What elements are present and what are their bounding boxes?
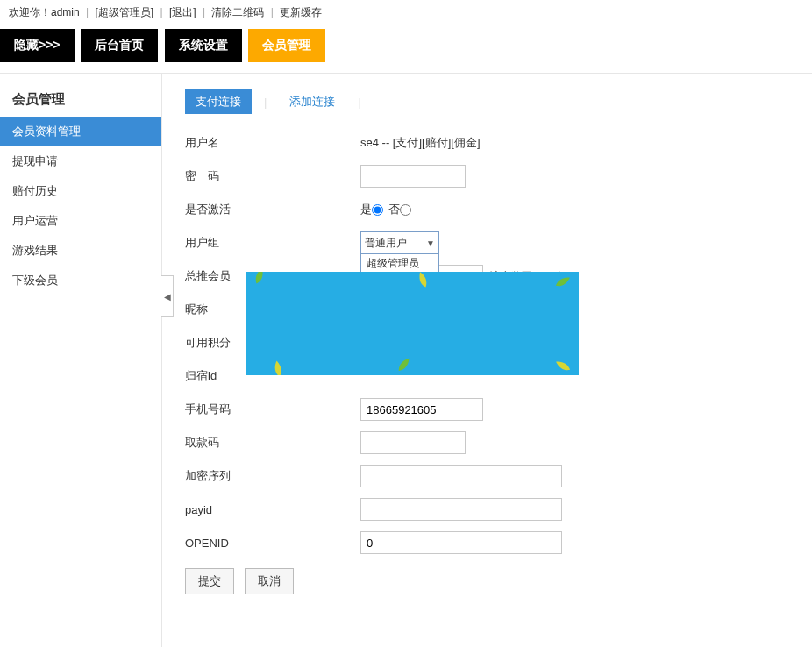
sidebar-item-user-ops[interactable]: 用户运营	[0, 206, 161, 236]
label-enc-seq: 加密序列	[185, 468, 360, 484]
openid-input[interactable]	[360, 531, 562, 554]
password-input[interactable]	[360, 165, 466, 188]
sidebar-item-member-info[interactable]: 会员资料管理	[0, 117, 161, 146]
welcome-text: 欢迎你！	[9, 6, 51, 18]
decorative-overlay	[246, 272, 579, 375]
tab-bar: 支付连接 | 添加连接 |	[180, 89, 796, 114]
row-phone: 手机号码	[180, 393, 796, 426]
clear-qr-link[interactable]: 清除二维码	[211, 6, 264, 18]
leaf-icon	[546, 353, 579, 375]
label-openid: OPENID	[185, 537, 360, 550]
withdraw-code-input[interactable]	[360, 431, 466, 454]
row-password: 密 码	[180, 160, 796, 193]
value-username: se4 -- [支付][赔付][佣金]	[360, 135, 791, 151]
nav-home-button[interactable]: 后台首页	[81, 29, 158, 62]
radio-no-label: 否	[388, 202, 400, 217]
sidebar-item-game-result[interactable]: 游戏结果	[0, 236, 161, 266]
row-withdraw-code: 取款码	[180, 426, 796, 459]
label-withdraw-code: 取款码	[185, 435, 360, 451]
group-select[interactable]: 普通用户 ▼	[360, 231, 439, 254]
label-active: 是否激活	[185, 202, 360, 217]
chevron-down-icon: ▼	[426, 238, 435, 248]
logout-link[interactable]: [退出]	[169, 6, 196, 18]
nav-member-button[interactable]: 会员管理	[248, 29, 325, 62]
leaf-icon	[251, 272, 274, 289]
radio-yes[interactable]	[372, 204, 383, 216]
leaf-icon	[548, 272, 579, 301]
top-bar: 欢迎你！admin | [超级管理员] | [退出] | 清除二维码 | 更新缓…	[0, 0, 812, 25]
group-select-value: 普通用户	[365, 236, 407, 251]
radio-yes-wrapper: 是	[360, 202, 385, 217]
username: admin	[51, 6, 80, 18]
label-payid: payid	[185, 503, 360, 516]
sidebar-item-pay-history[interactable]: 赔付历史	[0, 176, 161, 206]
sidebar-title: 会员管理	[0, 84, 161, 117]
submit-button[interactable]: 提交	[185, 568, 234, 594]
separator: |	[203, 6, 205, 18]
cancel-button[interactable]: 取消	[245, 568, 294, 594]
label-password: 密 码	[185, 168, 360, 184]
sidebar-item-withdraw[interactable]: 提现申请	[0, 146, 161, 176]
sidebar-collapse-handle: ◀	[162, 74, 175, 647]
nav-row: 隐藏>>> 后台首页 系统设置 会员管理	[0, 25, 812, 69]
radio-yes-label: 是	[360, 202, 372, 217]
row-username: 用户名 se4 -- [支付][赔付][佣金]	[180, 126, 796, 160]
row-enc-seq: 加密序列	[180, 459, 796, 493]
group-option-admin[interactable]: 超级管理员	[361, 254, 438, 273]
phone-input[interactable]	[360, 398, 483, 421]
separator: |	[264, 96, 267, 109]
label-username: 用户名	[185, 135, 360, 151]
separator: |	[160, 6, 163, 18]
leaf-icon	[266, 353, 297, 375]
row-payid: payid	[180, 493, 796, 526]
row-active: 是否激活 是 否	[180, 193, 796, 226]
tab-pay-link[interactable]: 支付连接	[185, 89, 252, 114]
label-group: 用户组	[185, 235, 360, 251]
separator: |	[358, 96, 360, 109]
radio-no-wrapper: 否	[388, 202, 413, 217]
row-group: 用户组 普通用户 ▼ 超级管理员 上下分员	[180, 226, 796, 260]
radio-no[interactable]	[400, 204, 411, 216]
sidebar-item-sub-member[interactable]: 下级会员	[0, 266, 161, 295]
refresh-cache-link[interactable]: 更新缓存	[280, 6, 322, 18]
enc-seq-input[interactable]	[360, 465, 562, 487]
chevron-left-icon: ◀	[164, 292, 171, 302]
sidebar: 会员管理 会员资料管理 提现申请 赔付历史 用户运营 游戏结果 下级会员	[0, 74, 162, 647]
separator: |	[86, 6, 89, 18]
tab-add-link[interactable]: 添加连接	[279, 89, 345, 114]
role-link[interactable]: [超级管理员]	[96, 6, 154, 18]
row-openid: OPENID	[180, 526, 796, 559]
separator: |	[271, 6, 274, 18]
payid-input[interactable]	[360, 498, 562, 521]
leaf-icon	[391, 352, 420, 375]
nav-system-button[interactable]: 系统设置	[165, 29, 242, 62]
leaf-icon	[409, 272, 431, 293]
buttons-row: 提交 取消	[180, 559, 796, 603]
label-phone: 手机号码	[185, 402, 360, 417]
sidebar-collapse-button[interactable]: ◀	[161, 275, 174, 317]
nav-hide-button[interactable]: 隐藏>>>	[0, 29, 75, 62]
